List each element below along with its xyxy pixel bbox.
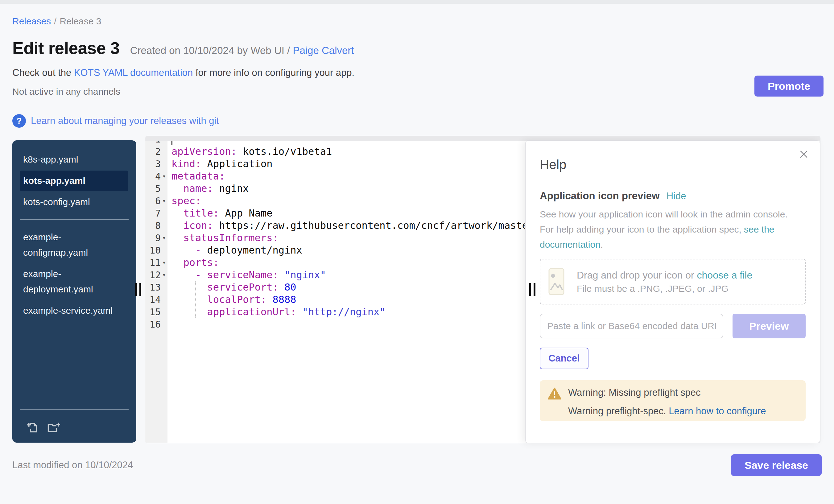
close-icon (798, 149, 809, 160)
fold-toggle-icon[interactable]: ▾ (161, 198, 168, 204)
icon-url-input[interactable] (540, 314, 723, 338)
fold-toggle-icon[interactable]: ▾ (161, 173, 168, 179)
gutter-line-10: 10 (145, 244, 168, 256)
gutter-line-16: 16 (145, 318, 168, 330)
icon-preview-description: See how your application icon will look … (540, 207, 796, 252)
gutter-line-2: 2 (145, 145, 168, 158)
gutter-line-5: 5 (145, 182, 168, 195)
question-circle-icon[interactable]: ? (12, 114, 26, 128)
fold-toggle-icon[interactable]: ▾ (161, 260, 168, 266)
icon-dropzone[interactable]: Drag and drop your icon or choose a file… (540, 259, 806, 304)
gutter-line-13: 13 (145, 281, 168, 293)
icon-preview-section-title: Application icon preview (540, 190, 660, 202)
save-release-button[interactable]: Save release (731, 454, 822, 476)
file-list-top: k8s-app.yamlkots-app.yamlkots-config.yam… (12, 148, 136, 213)
channel-status: Not active in any channels (12, 86, 822, 97)
dropzone-text: Drag and drop your icon or (577, 269, 697, 281)
created-label: Created on 10/10/2024 by Web UI / (130, 45, 290, 56)
doc-line-suffix: for more info on configuring your app. (193, 67, 354, 78)
sidebar-file-example-deployment.yaml[interactable]: example-deployment.yaml (20, 264, 128, 300)
sidebar-file-kots-config.yaml[interactable]: kots-config.yaml (20, 192, 128, 212)
fold-toggle-icon[interactable]: ▾ (161, 272, 168, 278)
sidebar-file-kots-app.yaml[interactable]: kots-app.yaml (20, 171, 128, 191)
gutter-line-4: 4▾ (145, 170, 168, 182)
text-cursor (172, 141, 172, 145)
breadcrumb: Releases/Release 3 (12, 4, 822, 26)
gutter-line-3: 3 (145, 158, 168, 170)
breadcrumb-current: Release 3 (60, 16, 101, 26)
choose-file-link[interactable]: choose a file (697, 269, 752, 281)
hide-link[interactable]: Hide (666, 191, 686, 202)
warning-detail: Warning preflight-spec. Learn how to con… (568, 406, 766, 417)
top-strip (0, 0, 834, 4)
warning-icon (548, 387, 561, 400)
image-placeholder-icon (548, 268, 565, 295)
created-by-link[interactable]: Paige Calvert (293, 45, 354, 56)
promote-button[interactable]: Promote (754, 75, 824, 96)
git-learn-link[interactable]: Learn about managing your releases with … (31, 115, 219, 127)
cancel-button[interactable]: Cancel (540, 348, 589, 369)
gutter-line-15: 15 (145, 306, 168, 318)
preflight-warning-box: Warning: Missing preflight spec Warning … (540, 380, 806, 421)
dropzone-filetypes: File must be a .PNG, .JPEG, or .JPG (577, 283, 752, 294)
gutter-line-14: 14 (145, 293, 168, 306)
preview-button[interactable]: Preview (732, 314, 806, 338)
gutter-line-7: 7 (145, 207, 168, 219)
release-workspace: k8s-app.yamlkots-app.yamlkots-config.yam… (12, 136, 822, 443)
sidebar-file-k8s-app.yaml[interactable]: k8s-app.yaml (20, 149, 128, 170)
gutter-line-8: 8 (145, 219, 168, 232)
last-modified-text: Last modified on 10/10/2024 (12, 460, 133, 471)
created-text: Created on 10/10/2024 by Web UI / Paige … (130, 45, 354, 57)
file-sidebar: k8s-app.yamlkots-app.yamlkots-config.yam… (12, 140, 136, 443)
gutter-line-11: 11▾ (145, 256, 168, 269)
doc-line-prefix: Check out the (12, 67, 74, 78)
sidebar-file-example-service.yaml[interactable]: example-service.yaml (20, 301, 128, 321)
add-folder-icon (47, 421, 61, 434)
sidebar-resize-handle[interactable] (135, 283, 141, 296)
doc-line: Check out the KOTS YAML documentation fo… (12, 67, 822, 78)
dropzone-instruction: Drag and drop your icon or choose a file (577, 269, 752, 281)
help-panel-title: Help (540, 157, 806, 172)
breadcrumb-separator: / (54, 16, 57, 26)
add-file-button[interactable] (26, 421, 39, 435)
description-period: . (600, 239, 603, 249)
sidebar-file-example-configmap.yaml[interactable]: example-configmap.yaml (20, 227, 128, 263)
add-folder-button[interactable] (47, 421, 61, 435)
warning-title: Warning: Missing preflight spec (568, 387, 766, 398)
close-button[interactable] (797, 148, 811, 162)
gutter-line-9: 9▾ (145, 232, 168, 244)
learn-configure-link[interactable]: Learn how to configure (669, 406, 766, 416)
add-file-icon (26, 421, 39, 434)
sidebar-bottom-divider (20, 409, 129, 410)
fold-toggle-icon[interactable]: ▾ (161, 235, 168, 241)
help-panel-resize-handle[interactable] (529, 283, 535, 296)
kots-docs-link[interactable]: KOTS YAML documentation (74, 67, 193, 78)
file-list-bottom: example-configmap.yamlexample-deployment… (12, 226, 136, 322)
gutter-line-1: 1 (145, 141, 168, 145)
breadcrumb-releases-link[interactable]: Releases (12, 16, 51, 26)
page-title: Edit release 3 (12, 38, 120, 58)
indent-guide (195, 281, 196, 318)
gutter-line-6: 6▾ (145, 195, 168, 207)
help-panel: Help Application icon preview Hide See h… (525, 140, 820, 443)
sidebar-divider (20, 219, 129, 220)
warning-detail-text: Warning preflight-spec. (568, 406, 669, 416)
gutter-line-12: 12▾ (145, 269, 168, 281)
